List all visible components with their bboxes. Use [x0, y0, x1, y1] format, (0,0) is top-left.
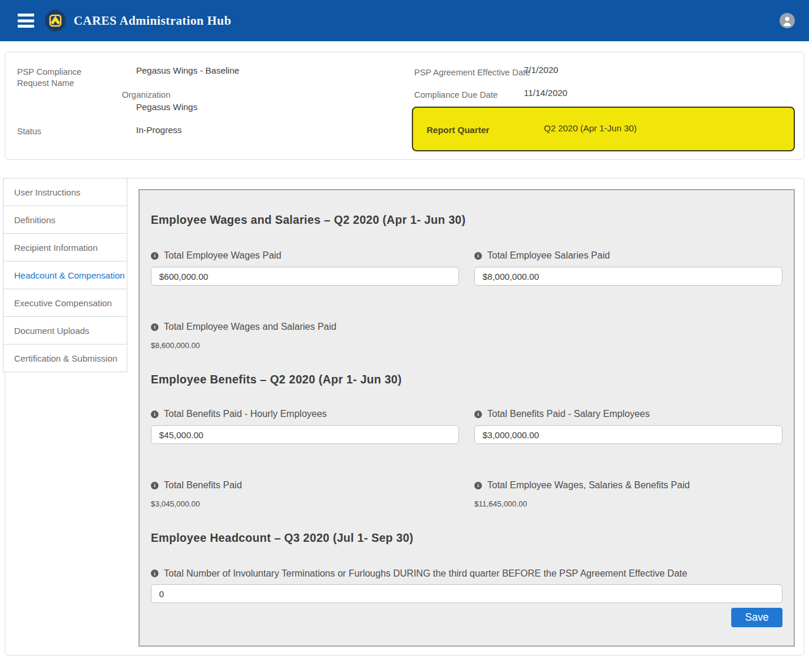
request-name-value: Pegasus Wings - Baseline: [136, 65, 239, 75]
salaries-paid-field: i Total Employee Salaries Paid: [474, 249, 782, 286]
wages-section-heading: Employee Wages and Salaries – Q2 2020 (A…: [151, 213, 782, 227]
grand-total-value: $11,645,000.00: [474, 499, 782, 508]
report-quarter-value: Q2 2020 (Apr 1-Jun 30): [544, 123, 637, 133]
due-date-label: Compliance Due Date: [414, 90, 498, 101]
info-icon[interactable]: i: [474, 411, 482, 418]
grand-total-field: i Total Employee Wages, Salaries & Benef…: [474, 479, 782, 508]
due-date-value: 11/14/2020: [524, 88, 567, 98]
info-icon[interactable]: i: [151, 323, 159, 331]
info-icon[interactable]: i: [151, 482, 159, 489]
status-label: Status: [17, 126, 41, 137]
wages-salaries-total-field: i Total Employee Wages and Salaries Paid…: [151, 320, 782, 350]
tab-executive-compensation[interactable]: Executive Compensation: [3, 289, 127, 317]
compliance-request-info-card: PSP Compliance Request Name Pegasus Wing…: [5, 52, 804, 160]
organization-label: Organization: [122, 90, 170, 101]
benefits-total-field: i Total Benefits Paid $3,045,000.00: [151, 479, 459, 508]
benefits-total-label: Total Benefits Paid: [164, 479, 242, 492]
organization-value: Pegasus Wings: [136, 102, 197, 112]
info-icon[interactable]: i: [151, 252, 159, 260]
benefits-salary-input[interactable]: [474, 425, 782, 444]
benefits-hourly-label: Total Benefits Paid - Hourly Employees: [164, 408, 327, 421]
tab-document-uploads[interactable]: Document Uploads: [3, 316, 127, 345]
effective-date-label: PSP Agreement Effective Date: [414, 67, 530, 78]
request-name-label: PSP Compliance Request Name: [17, 67, 114, 89]
effective-date-value: 7/1/2020: [524, 65, 558, 75]
user-avatar-icon[interactable]: [780, 13, 795, 28]
wages-salaries-total-value: $8,600,000.00: [151, 341, 782, 350]
wages-paid-label: Total Employee Wages Paid: [164, 249, 282, 262]
wages-paid-input[interactable]: [151, 267, 459, 286]
salaries-paid-label: Total Employee Salaries Paid: [487, 249, 610, 262]
wages-salaries-total-label: Total Employee Wages and Salaries Paid: [164, 320, 336, 333]
tab-headcount-compensation[interactable]: Headcount & Compensation: [3, 261, 127, 289]
wages-paid-field: i Total Employee Wages Paid: [151, 249, 459, 286]
report-quarter-label: Report Quarter: [427, 125, 490, 135]
benefits-salary-field: i Total Benefits Paid - Salary Employees: [474, 408, 782, 444]
grand-total-label: Total Employee Wages, Salaries & Benefit…: [487, 479, 690, 492]
tab-recipient-information[interactable]: Recipient Information: [3, 233, 127, 261]
terminations-label: Total Number of Involuntary Terminations…: [164, 565, 687, 582]
benefits-salary-label: Total Benefits Paid - Salary Employees: [487, 408, 650, 421]
info-icon[interactable]: i: [151, 570, 159, 577]
headcount-section-heading: Employee Headcount – Q3 2020 (Jul 1- Sep…: [151, 531, 782, 545]
menu-icon[interactable]: [18, 14, 34, 28]
salaries-paid-input[interactable]: [474, 267, 782, 286]
info-icon[interactable]: i: [151, 411, 159, 418]
terminations-input[interactable]: [151, 584, 782, 603]
report-quarter-highlight: Report Quarter Q2 2020 (Apr 1-Jun 30): [412, 107, 795, 151]
headcount-compensation-panel: Employee Wages and Salaries – Q2 2020 (A…: [138, 189, 795, 647]
app-logo-icon: [44, 9, 67, 32]
section-tabs: User Instructions Definitions Recipient …: [3, 178, 127, 372]
benefits-hourly-field: i Total Benefits Paid - Hourly Employees: [151, 408, 459, 444]
benefits-total-value: $3,045,000.00: [151, 499, 459, 508]
tab-user-instructions[interactable]: User Instructions: [3, 178, 127, 206]
benefits-hourly-input[interactable]: [151, 425, 459, 444]
app-title: CARES Administration Hub: [74, 14, 232, 28]
info-icon[interactable]: i: [474, 482, 482, 489]
status-value: In-Progress: [136, 125, 182, 135]
save-button[interactable]: Save: [731, 608, 782, 627]
info-icon[interactable]: i: [474, 252, 482, 260]
app-header: CARES Administration Hub: [0, 0, 809, 41]
tab-certification-submission[interactable]: Certification & Submission: [3, 344, 127, 372]
terminations-field: i Total Number of Involuntary Terminatio…: [151, 565, 782, 603]
content-card: User Instructions Definitions Recipient …: [5, 178, 804, 656]
benefits-section-heading: Employee Benefits – Q2 2020 (Apr 1- Jun …: [151, 373, 782, 386]
tab-definitions[interactable]: Definitions: [3, 206, 127, 234]
